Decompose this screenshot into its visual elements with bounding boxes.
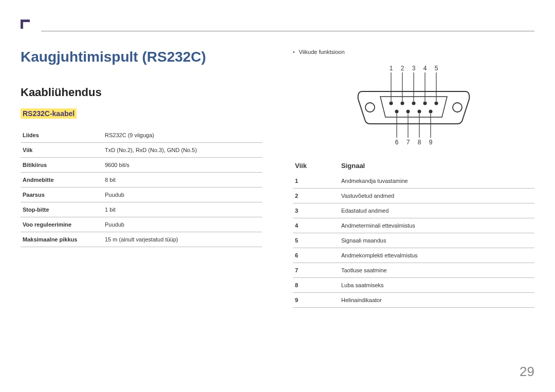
signal-pin: 3 xyxy=(293,203,339,218)
signal-pin: 7 xyxy=(293,263,339,278)
svg-point-14 xyxy=(412,102,416,105)
svg-text:8: 8 xyxy=(418,139,421,145)
table-row: 5Signaali maandus xyxy=(293,233,534,248)
spec-label: Viik xyxy=(21,143,103,158)
svg-point-16 xyxy=(435,102,438,105)
svg-point-11 xyxy=(453,103,462,112)
signal-pin: 2 xyxy=(293,189,339,203)
signal-name: Helinaindikaator xyxy=(339,293,534,308)
table-row: 2Vastuvõetud andmed xyxy=(293,189,534,203)
table-row: Bitikiirus9600 bit/s xyxy=(21,158,262,173)
signal-name: Andmekomplekti ettevalmistus xyxy=(339,248,534,263)
table-row: 3Edastatud andmed xyxy=(293,203,534,218)
svg-text:9: 9 xyxy=(429,139,433,145)
svg-point-20 xyxy=(429,110,433,114)
table-row: 1Andmekandja tuvastamine xyxy=(293,174,534,189)
table-row: 6Andmekomplekti ettevalmistus xyxy=(293,248,534,263)
top-rule xyxy=(41,31,534,31)
signal-pin: 8 xyxy=(293,278,339,293)
page-title: Kaugjuhtimispult (RS232C) xyxy=(21,49,262,65)
signal-name: Andmekandja tuvastamine xyxy=(339,174,534,189)
svg-point-12 xyxy=(390,102,393,105)
spec-value: RS232C (9 viiguga) xyxy=(103,128,262,143)
svg-text:7: 7 xyxy=(406,139,410,145)
bullet-text: Viikude funktsioon xyxy=(299,49,345,55)
spec-label: Andmebitte xyxy=(21,173,103,188)
subsection-title: RS232C-kaabel xyxy=(21,108,77,119)
right-column: • Viikude funktsioon 12345 xyxy=(293,49,534,308)
svg-text:2: 2 xyxy=(401,65,404,72)
spec-value: 8 bit xyxy=(103,173,262,188)
svg-text:6: 6 xyxy=(395,139,399,145)
bullet-row: • Viikude funktsioon xyxy=(293,49,534,55)
signal-header-name: Signaal xyxy=(339,158,534,174)
svg-text:1: 1 xyxy=(390,65,393,72)
signal-pin: 5 xyxy=(293,233,339,248)
signal-name: Taotluse saatmine xyxy=(339,263,534,278)
spec-label: Bitikiirus xyxy=(21,158,103,173)
spec-label: Maksimaalne pikkus xyxy=(21,232,103,247)
connector-diagram: 12345 6789 xyxy=(347,63,480,147)
svg-point-13 xyxy=(401,102,404,105)
signal-pin: 6 xyxy=(293,248,339,263)
svg-point-18 xyxy=(406,110,410,114)
spec-label: Voo reguleerimine xyxy=(21,217,103,232)
signal-pin: 1 xyxy=(293,174,339,189)
spec-label: Paarsus xyxy=(21,188,103,202)
svg-point-17 xyxy=(395,110,399,114)
table-row: ViikTxD (No.2), RxD (No.3), GND (No.5) xyxy=(21,143,262,158)
table-row: Andmebitte8 bit xyxy=(21,173,262,188)
signal-table: Viik Signaal 1Andmekandja tuvastamine2Va… xyxy=(293,158,534,308)
signal-pin: 9 xyxy=(293,293,339,308)
spec-table: LiidesRS232C (9 viiguga)ViikTxD (No.2), … xyxy=(21,128,262,247)
spec-value: 1 bit xyxy=(103,202,262,217)
content: Kaugjuhtimispult (RS232C) Kaabliühendus … xyxy=(21,0,534,308)
spec-label: Stop-bitte xyxy=(21,202,103,217)
svg-text:4: 4 xyxy=(423,65,427,72)
signal-name: Vastuvõetud andmed xyxy=(339,189,534,203)
table-row: LiidesRS232C (9 viiguga) xyxy=(21,128,262,143)
spec-value: TxD (No.2), RxD (No.3), GND (No.5) xyxy=(103,143,262,158)
spec-value: 9600 bit/s xyxy=(103,158,262,173)
svg-text:3: 3 xyxy=(412,65,416,72)
table-row: PaarsusPuudub xyxy=(21,188,262,202)
table-row: 9Helinaindikaator xyxy=(293,293,534,308)
table-row: 7Taotluse saatmine xyxy=(293,263,534,278)
signal-pin: 4 xyxy=(293,218,339,233)
signal-name: Andmeterminali ettevalmistus xyxy=(339,218,534,233)
table-row: 8Luba saatmiseks xyxy=(293,278,534,293)
spec-label: Liides xyxy=(21,128,103,143)
svg-point-19 xyxy=(418,110,421,114)
page-number: 29 xyxy=(520,364,534,380)
table-row: 4Andmeterminali ettevalmistus xyxy=(293,218,534,233)
section-title: Kaabliühendus xyxy=(21,86,262,99)
svg-point-10 xyxy=(365,103,375,112)
signal-name: Signaali maandus xyxy=(339,233,534,248)
table-row: Voo reguleeriminePuudub xyxy=(21,217,262,232)
signal-name: Edastatud andmed xyxy=(339,203,534,218)
table-row: Maksimaalne pikkus15 m (ainult varjestat… xyxy=(21,232,262,247)
svg-point-15 xyxy=(423,102,427,105)
corner-mark-icon xyxy=(21,20,30,29)
spec-value: Puudub xyxy=(103,188,262,202)
signal-header-pin: Viik xyxy=(293,158,339,174)
spec-value: 15 m (ainult varjestatud tüüp) xyxy=(103,232,262,247)
spec-value: Puudub xyxy=(103,217,262,232)
svg-text:5: 5 xyxy=(435,65,438,72)
table-row: Stop-bitte1 bit xyxy=(21,202,262,217)
bullet-icon: • xyxy=(293,49,295,55)
left-column: Kaugjuhtimispult (RS232C) Kaabliühendus … xyxy=(21,49,262,308)
signal-name: Luba saatmiseks xyxy=(339,278,534,293)
